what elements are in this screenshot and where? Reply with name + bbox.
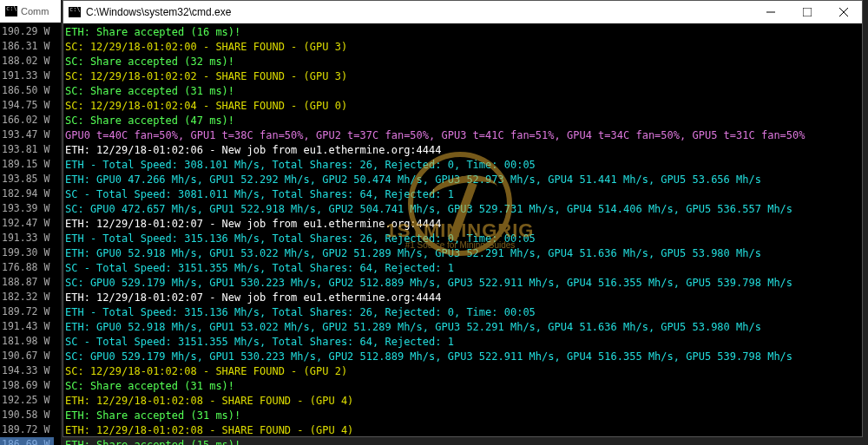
- terminal-line: SC: Share accepted (47 ms)!: [65, 114, 862, 128]
- terminal-line: ETH: 12/29/18-01:02:07 - New job from eu…: [65, 291, 862, 305]
- terminal-line: SC: 12/29/18-01:02:02 - SHARE FOUND - (G…: [65, 69, 862, 84]
- terminal-line: ETH: 12/29/18-01:02:08 - SHARE FOUND - (…: [65, 394, 862, 409]
- terminal-line: GPU0 t=40C fan=50%, GPU1 t=38C fan=50%, …: [65, 128, 862, 143]
- svg-rect-1: [803, 8, 812, 16]
- power-reading: 166.02 W: [2, 113, 49, 128]
- terminal-line: ETH: Share accepted (16 ms)!: [65, 25, 862, 40]
- background-titlebar: Comm: [0, 0, 61, 23]
- power-reading: 199.30 W: [2, 245, 49, 260]
- maximize-button[interactable]: [789, 1, 825, 23]
- taskbar-highlight: [0, 437, 54, 445]
- terminal-line: SC: Share accepted (32 ms)!: [65, 55, 862, 69]
- terminal-line: ETH: Share accepted (15 ms)!: [65, 438, 862, 445]
- power-reading: 186.50 W: [2, 83, 49, 98]
- terminal-line: ETH: 12/29/18-01:02:07 - New job from eu…: [65, 217, 862, 232]
- terminal-output[interactable]: ETH: Share accepted (16 ms)!SC: 12/29/18…: [63, 23, 862, 445]
- power-reading: 182.32 W: [2, 290, 49, 304]
- terminal-line: ETH - Total Speed: 308.101 Mh/s, Total S…: [65, 158, 862, 173]
- power-reading: 193.39 W: [2, 201, 49, 216]
- cmd-icon: [69, 7, 81, 17]
- terminal-line: ETH: 12/29/18-01:02:08 - SHARE FOUND - (…: [65, 423, 862, 438]
- power-reading: 176.88 W: [2, 260, 49, 275]
- terminal-line: SC: 12/29/18-01:02:08 - SHARE FOUND - (G…: [65, 364, 862, 379]
- power-reading: 188.02 W: [2, 54, 49, 69]
- power-reading: 193.85 W: [2, 172, 49, 187]
- power-reading: 194.33 W: [2, 363, 49, 378]
- terminal-line: SC: 12/29/18-01:02:04 - SHARE FOUND - (G…: [65, 99, 862, 114]
- power-reading: 190.58 W: [2, 408, 49, 422]
- minimize-button[interactable]: [753, 1, 789, 23]
- terminal-line: SC: Share accepted (31 ms)!: [65, 379, 862, 394]
- power-reading: 189.15 W: [2, 157, 49, 172]
- terminal-line: SC: GPU0 529.179 Mh/s, GPU1 530.223 Mh/s…: [65, 276, 862, 291]
- terminal-line: SC: 12/29/18-01:02:00 - SHARE FOUND - (G…: [65, 40, 862, 55]
- power-reading: 191.43 W: [2, 319, 49, 334]
- terminal-line: ETH - Total Speed: 315.136 Mh/s, Total S…: [65, 232, 862, 246]
- power-reading: 194.75 W: [2, 98, 49, 113]
- terminal-line: SC: Share accepted (31 ms)!: [65, 84, 862, 99]
- background-window-title: Comm: [21, 6, 49, 16]
- power-reading: 192.25 W: [2, 393, 49, 408]
- power-reading: 189.72 W: [2, 422, 49, 437]
- cmd-icon: [5, 6, 17, 16]
- terminal-line: ETH: Share accepted (31 ms)!: [65, 409, 862, 423]
- terminal-line: ETH - Total Speed: 315.136 Mh/s, Total S…: [65, 305, 862, 320]
- power-reading: 181.98 W: [2, 334, 49, 349]
- terminal-line: ETH: 12/29/18-01:02:06 - New job from eu…: [65, 143, 862, 158]
- power-reading: 191.33 W: [2, 69, 49, 83]
- terminal-line: ETH: GPU0 47.266 Mh/s, GPU1 52.292 Mh/s,…: [65, 173, 862, 187]
- power-reading: 191.33 W: [2, 231, 49, 245]
- power-reading: 190.29 W: [2, 24, 49, 39]
- terminal-line: SC - Total Speed: 3081.011 Mh/s, Total S…: [65, 187, 862, 202]
- terminal-line: SC: GPU0 472.657 Mh/s, GPU1 522.918 Mh/s…: [65, 202, 862, 217]
- terminal-line: ETH: GPU0 52.918 Mh/s, GPU1 53.022 Mh/s,…: [65, 246, 862, 261]
- power-reading: 189.72 W: [2, 304, 49, 319]
- terminal-line: ETH: GPU0 52.918 Mh/s, GPU1 53.022 Mh/s,…: [65, 320, 862, 335]
- terminal-line: SC - Total Speed: 3151.355 Mh/s, Total S…: [65, 261, 862, 276]
- power-reading: 186.31 W: [2, 39, 49, 54]
- power-reading: 193.47 W: [2, 128, 49, 142]
- terminal-line: SC: GPU0 529.179 Mh/s, GPU1 530.223 Mh/s…: [65, 350, 862, 364]
- power-reading: 193.81 W: [2, 142, 49, 157]
- cmd-window: C:\Windows\system32\cmd.exe ETH: Share a…: [62, 0, 863, 437]
- titlebar[interactable]: C:\Windows\system32\cmd.exe: [63, 1, 862, 23]
- background-power-readings: 190.29 W186.31 W188.02 W191.33 W186.50 W…: [0, 24, 49, 445]
- terminal-line: SC - Total Speed: 3151.355 Mh/s, Total S…: [65, 335, 862, 350]
- window-controls: [753, 1, 862, 23]
- power-reading: 190.67 W: [2, 349, 49, 363]
- power-reading: 198.69 W: [2, 378, 49, 393]
- power-reading: 188.87 W: [2, 275, 49, 290]
- power-reading: 182.94 W: [2, 187, 49, 201]
- close-button[interactable]: [825, 1, 862, 23]
- window-title: C:\Windows\system32\cmd.exe: [86, 6, 747, 18]
- power-reading: 192.47 W: [2, 216, 49, 231]
